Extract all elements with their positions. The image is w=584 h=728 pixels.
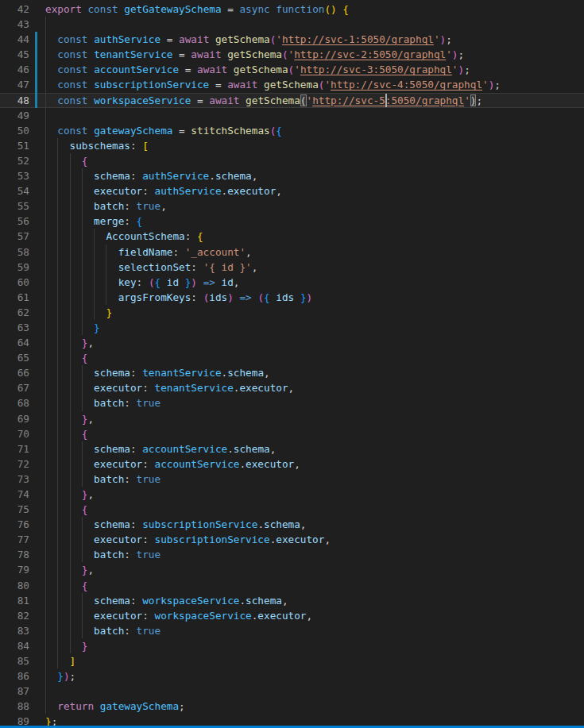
- code-line[interactable]: 63 }: [0, 320, 584, 335]
- code-line[interactable]: 77 executor: subscriptionService.executo…: [0, 532, 584, 547]
- code-line-text: subschemas: [: [45, 138, 584, 153]
- line-number: 79: [0, 562, 29, 577]
- code-line-text: schema: workspaceService.schema,: [45, 593, 584, 608]
- code-line[interactable]: 42export const getGatewaySchema = async …: [0, 2, 584, 17]
- code-line-text: batch: true,: [45, 198, 584, 214]
- line-number: 84: [0, 638, 29, 653]
- code-line[interactable]: 45 const tenantService = await getSchema…: [0, 47, 584, 62]
- line-number: 46: [0, 62, 29, 77]
- code-line[interactable]: 75 {: [0, 502, 584, 517]
- line-number: 48: [0, 93, 29, 108]
- code-editor[interactable]: 42export const getGatewaySchema = async …: [0, 0, 584, 728]
- code-line[interactable]: 47 const subscriptionService = await get…: [0, 77, 584, 92]
- line-number: 50: [0, 123, 29, 138]
- code-line-text: const accountService = await getSchema('…: [45, 62, 584, 77]
- line-number: 72: [0, 456, 29, 472]
- git-modified-indicator: [35, 47, 37, 62]
- code-line[interactable]: 67 executor: tenantService.executor,: [0, 380, 584, 395]
- code-line-text: {: [45, 502, 584, 517]
- code-line-text: const workspaceService = await getSchema…: [45, 93, 584, 108]
- code-line-text: const gatewaySchema = stitchSchemas({: [45, 123, 584, 138]
- line-number: 87: [0, 684, 29, 699]
- line-number: 58: [0, 245, 29, 260]
- code-line[interactable]: 65 {: [0, 350, 584, 365]
- code-line[interactable]: 78 batch: true: [0, 547, 584, 562]
- code-line[interactable]: 68 batch: true: [0, 395, 584, 410]
- code-line[interactable]: 87: [0, 684, 584, 699]
- line-number: 66: [0, 365, 29, 380]
- code-line-text: executor: tenantService.executor,: [45, 380, 584, 395]
- code-line[interactable]: 79 },: [0, 562, 584, 577]
- line-number: 51: [0, 138, 29, 153]
- code-line[interactable]: 70 {: [0, 426, 584, 441]
- code-line-text: const subscriptionService = await getSch…: [45, 77, 584, 92]
- code-line[interactable]: 84 }: [0, 638, 584, 653]
- code-line[interactable]: 59 selectionSet: '{ id }',: [0, 260, 584, 275]
- git-modified-indicator: [35, 32, 37, 47]
- code-line-text: executor: workspaceService.executor,: [45, 608, 584, 623]
- line-number: 54: [0, 183, 29, 198]
- code-line[interactable]: 85 ]: [0, 653, 584, 668]
- code-line[interactable]: 62 }: [0, 305, 584, 320]
- code-line[interactable]: 49: [0, 108, 584, 123]
- code-line[interactable]: 73 batch: true: [0, 472, 584, 487]
- code-line-text: [45, 684, 584, 699]
- code-line-text: {: [45, 426, 584, 441]
- code-line[interactable]: 51 subschemas: [: [0, 138, 584, 153]
- code-line[interactable]: 58 fieldName: '_account',: [0, 245, 584, 260]
- code-line[interactable]: 54 executor: authService.executor,: [0, 183, 584, 198]
- text-cursor: [385, 94, 387, 107]
- code-line[interactable]: 57 AccountSchema: {: [0, 229, 584, 244]
- code-line-text: {: [45, 153, 584, 168]
- line-number: 70: [0, 426, 29, 441]
- line-number: 82: [0, 608, 29, 623]
- line-number: 42: [0, 2, 29, 17]
- code-line[interactable]: 43: [0, 17, 584, 32]
- line-number: 80: [0, 578, 29, 593]
- code-line[interactable]: 44 const authService = await getSchema('…: [0, 32, 584, 47]
- line-number: 75: [0, 502, 29, 517]
- code-line[interactable]: 80 {: [0, 578, 584, 593]
- line-number: 88: [0, 699, 29, 714]
- code-line-text: },: [45, 335, 584, 350]
- line-number: 76: [0, 517, 29, 532]
- line-number: 57: [0, 229, 29, 244]
- code-line[interactable]: 52 {: [0, 153, 584, 168]
- line-number: 73: [0, 472, 29, 487]
- code-line[interactable]: 48 const workspaceService = await getSch…: [0, 93, 584, 108]
- line-number: 85: [0, 653, 29, 668]
- code-line[interactable]: 55 batch: true,: [0, 198, 584, 214]
- code-line[interactable]: 74 },: [0, 487, 584, 502]
- code-line-text: },: [45, 487, 584, 502]
- code-line[interactable]: 88 return gatewaySchema;: [0, 699, 584, 714]
- code-line[interactable]: 64 },: [0, 335, 584, 350]
- line-number: 81: [0, 593, 29, 608]
- code-line[interactable]: 66 schema: tenantService.schema,: [0, 365, 584, 380]
- code-line[interactable]: 53 schema: authService.schema,: [0, 168, 584, 183]
- code-line[interactable]: 76 schema: subscriptionService.schema,: [0, 517, 584, 532]
- code-line[interactable]: 71 schema: accountService.schema,: [0, 441, 584, 456]
- code-line[interactable]: 46 const accountService = await getSchem…: [0, 62, 584, 77]
- code-line[interactable]: 86 });: [0, 668, 584, 684]
- code-line[interactable]: 82 executor: workspaceService.executor,: [0, 608, 584, 623]
- code-line-text: batch: true: [45, 547, 584, 562]
- code-line-text: executor: authService.executor,: [45, 183, 584, 198]
- line-number: 74: [0, 487, 29, 502]
- code-line-text: return gatewaySchema;: [45, 699, 584, 714]
- code-line[interactable]: 50 const gatewaySchema = stitchSchemas({: [0, 123, 584, 138]
- code-line-text: },: [45, 562, 584, 577]
- code-line-text: {: [45, 350, 584, 365]
- code-line[interactable]: 81 schema: workspaceService.schema,: [0, 593, 584, 608]
- code-line-text: {: [45, 578, 584, 593]
- code-line[interactable]: 72 executor: accountService.executor,: [0, 456, 584, 472]
- line-number: 47: [0, 77, 29, 92]
- code-line[interactable]: 61 argsFromKeys: (ids) => ({ ids }): [0, 290, 584, 305]
- code-line-text: const tenantService = await getSchema('h…: [45, 47, 584, 62]
- line-number: 55: [0, 198, 29, 214]
- code-line[interactable]: 83 batch: true: [0, 623, 584, 638]
- code-line[interactable]: 69 },: [0, 411, 584, 426]
- line-number: 45: [0, 47, 29, 62]
- code-line-text: },: [45, 411, 584, 426]
- code-line[interactable]: 56 merge: {: [0, 214, 584, 229]
- code-line[interactable]: 60 key: ({ id }) => id,: [0, 275, 584, 290]
